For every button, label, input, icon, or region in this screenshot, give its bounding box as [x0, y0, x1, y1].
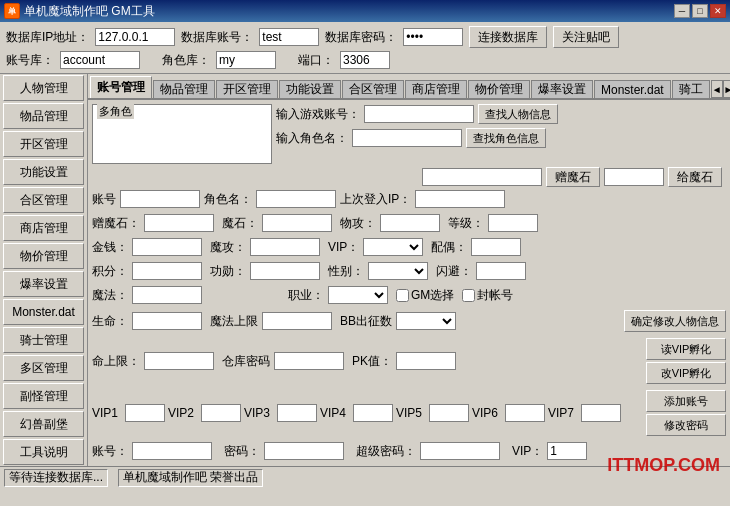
vip7-input[interactable] [581, 404, 621, 422]
db-value-input[interactable] [60, 51, 140, 69]
gold-input[interactable] [132, 238, 202, 256]
tab-openzone[interactable]: 开区管理 [216, 80, 278, 98]
tab-extra[interactable]: 骑工 [672, 80, 710, 98]
tab-shop[interactable]: 商店管理 [405, 80, 467, 98]
tab-functions[interactable]: 功能设置 [279, 80, 341, 98]
db-password-input[interactable] [403, 28, 463, 46]
merit-input[interactable] [250, 262, 320, 280]
sidebar-item-items[interactable]: 物品管理 [3, 103, 84, 129]
vip4-input[interactable] [353, 404, 393, 422]
tab-monsterdat[interactable]: Monster.dat [594, 80, 671, 98]
account-buttons: 添加账号 修改密码 [646, 390, 726, 436]
sidebar-item-multizone[interactable]: 多区管理 [3, 355, 84, 381]
gender-select[interactable] [368, 262, 428, 280]
bb-exit-count-select[interactable] [396, 312, 456, 330]
content-area: 账号管理 物品管理 开区管理 功能设置 合区管理 商店管理 物价管理 爆率设置 … [88, 74, 730, 466]
max-magic-input[interactable] [262, 312, 332, 330]
sidebar-item-droprate[interactable]: 爆率设置 [3, 271, 84, 297]
close-button[interactable]: ✕ [710, 4, 726, 18]
vip6-input[interactable] [505, 404, 545, 422]
input-role-name-field[interactable] [352, 129, 462, 147]
job-select[interactable] [328, 286, 388, 304]
sidebar-item-phantom[interactable]: 幻兽副堡 [3, 411, 84, 437]
tab-items[interactable]: 物品管理 [153, 80, 215, 98]
vip5-input[interactable] [429, 404, 469, 422]
tab-bar: 账号管理 物品管理 开区管理 功能设置 合区管理 商店管理 物价管理 爆率设置 … [88, 74, 730, 100]
confirm-mod-button[interactable]: 确定修改人物信息 [624, 310, 726, 332]
vip-select[interactable] [363, 238, 423, 256]
vip1-input[interactable] [125, 404, 165, 422]
sidebar-item-character[interactable]: 人物管理 [3, 75, 84, 101]
merit-label: 功勋： [210, 263, 246, 280]
tab-mergezone[interactable]: 合区管理 [342, 80, 404, 98]
sidebar-item-monsterdat[interactable]: Monster.dat [3, 299, 84, 325]
max-hp-input[interactable] [144, 352, 214, 370]
vip3-label: VIP3 [244, 406, 274, 420]
db-ip-label: 数据库IP地址： [6, 29, 89, 46]
tab-nav-right[interactable]: ► [723, 80, 730, 98]
sidebar-item-price[interactable]: 物价管理 [3, 243, 84, 269]
sidebar-item-functions[interactable]: 功能设置 [3, 159, 84, 185]
stats-row-6: 命上限： 仓库密码 PK值： 读VIP孵化 改VIP孵化 [92, 338, 726, 384]
db-ip-input[interactable] [95, 28, 175, 46]
give-magic-stone-button[interactable]: 给魔石 [668, 167, 722, 187]
seal-account-checkbox[interactable] [462, 289, 475, 302]
super-pass-input[interactable] [420, 442, 500, 460]
points-input[interactable] [132, 262, 202, 280]
title-bar-left: 单 单机魔域制作吧 GM工具 [4, 3, 155, 20]
gold-label: 金钱： [92, 239, 128, 256]
magic-atk-input[interactable] [250, 238, 320, 256]
tab-price[interactable]: 物价管理 [468, 80, 530, 98]
pk-val-input[interactable] [396, 352, 456, 370]
storage-pass-input[interactable] [274, 352, 344, 370]
minimize-button[interactable]: ─ [674, 4, 690, 18]
role-db-input[interactable] [216, 51, 276, 69]
role-db-label: 角色库： [162, 52, 210, 69]
connect-db-button[interactable]: 连接数据库 [469, 26, 547, 48]
give-magic-stone-input[interactable] [604, 168, 664, 186]
sidebar-item-mergezone[interactable]: 合区管理 [3, 187, 84, 213]
physics-atk-input[interactable] [380, 214, 440, 232]
password-input[interactable] [264, 442, 344, 460]
last-login-ip-input[interactable] [415, 190, 505, 208]
sidebar-item-tools[interactable]: 工具说明 [3, 439, 84, 465]
account-num-input[interactable] [120, 190, 200, 208]
vip-bot-input[interactable] [547, 442, 587, 460]
input-game-account-field[interactable] [364, 105, 474, 123]
flash-input[interactable] [476, 262, 526, 280]
add-account-button[interactable]: 添加账号 [646, 390, 726, 412]
tab-account[interactable]: 账号管理 [90, 76, 152, 98]
gift-magic-stone-val-input[interactable] [144, 214, 214, 232]
vip2-input[interactable] [201, 404, 241, 422]
read-vip-button[interactable]: 读VIP孵化 [646, 338, 726, 360]
acct-input[interactable] [132, 442, 212, 460]
follow-button[interactable]: 关注贴吧 [553, 26, 619, 48]
find-role-button[interactable]: 查找角色信息 [466, 128, 546, 148]
port-input[interactable] [340, 51, 390, 69]
gm-select-checkbox[interactable] [396, 289, 409, 302]
gender-label: 性别： [328, 263, 364, 280]
change-vip-button[interactable]: 改VIP孵化 [646, 362, 726, 384]
level-input[interactable] [488, 214, 538, 232]
db-account-label: 数据库账号： [181, 29, 253, 46]
spouse-input[interactable] [471, 238, 521, 256]
find-player-button[interactable]: 查找人物信息 [478, 104, 558, 124]
sidebar-item-knight[interactable]: 骑士管理 [3, 327, 84, 353]
gift-magic-stone-input[interactable] [422, 168, 542, 186]
sidebar-item-shop[interactable]: 商店管理 [3, 215, 84, 241]
gift-magic-stone-button[interactable]: 赠魔石 [546, 167, 600, 187]
app-icon: 单 [4, 3, 20, 19]
tab-nav-left[interactable]: ◄ [711, 80, 723, 98]
hp-input[interactable] [132, 312, 202, 330]
sidebar-item-submonster[interactable]: 副怪管理 [3, 383, 84, 409]
role-name-input[interactable] [256, 190, 336, 208]
magic-stone-val-input[interactable] [262, 214, 332, 232]
change-pass-button[interactable]: 修改密码 [646, 414, 726, 436]
top-form: 数据库IP地址： 数据库账号： 数据库密码： 连接数据库 关注贴吧 账号库： 角… [0, 22, 730, 74]
sidebar-item-openzone[interactable]: 开区管理 [3, 131, 84, 157]
tab-droprate[interactable]: 爆率设置 [531, 80, 593, 98]
magic-input[interactable] [132, 286, 202, 304]
maximize-button[interactable]: □ [692, 4, 708, 18]
db-account-input[interactable] [259, 28, 319, 46]
vip3-input[interactable] [277, 404, 317, 422]
